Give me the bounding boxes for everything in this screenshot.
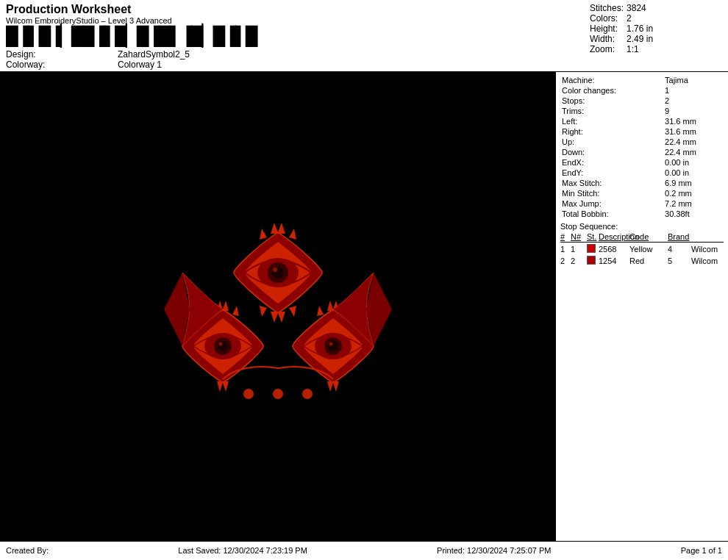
colorway-value: Colorway 1 bbox=[118, 60, 257, 70]
zoom-value: 1:1 bbox=[627, 44, 656, 54]
color-swatch-wrapper bbox=[587, 244, 597, 254]
max-stitch-label: Max Stitch: bbox=[560, 178, 663, 188]
stitches-label: Stitches: bbox=[590, 3, 627, 13]
endy-value: 0.00 in bbox=[663, 168, 724, 178]
last-saved: Last Saved: 12/30/2024 7:23:19 PM bbox=[178, 546, 307, 555]
zoom-label: Zoom: bbox=[590, 44, 627, 54]
embroidery-canvas bbox=[0, 72, 555, 541]
table-row: 2 2 1254 Red 5 Wilcom bbox=[560, 256, 724, 266]
max-jump-label: Max Jump: bbox=[560, 198, 663, 209]
created-by: Created By: bbox=[6, 546, 49, 555]
svg-point-2 bbox=[302, 389, 313, 399]
down-value: 22.4 mm bbox=[663, 147, 724, 157]
width-label: Width: bbox=[590, 34, 627, 44]
printed-label: Printed: bbox=[437, 546, 465, 555]
header-info-grid: Design: ZahardSymbol2_5 Colorway: Colorw… bbox=[6, 49, 257, 70]
row-description: Yellow bbox=[629, 245, 666, 254]
down-label: Down: bbox=[560, 147, 663, 157]
design-value: ZahardSymbol2_5 bbox=[118, 49, 257, 60]
svg-point-10 bbox=[218, 342, 222, 346]
min-stitch-value: 0.2 mm bbox=[663, 188, 724, 198]
footer: Created By: Last Saved: 12/30/2024 7:23:… bbox=[0, 541, 728, 559]
machine-value: Tajima bbox=[663, 75, 724, 85]
col-st: St. bbox=[587, 232, 597, 241]
color-swatch bbox=[587, 244, 596, 253]
last-saved-value: 12/30/2024 7:23:19 PM bbox=[223, 546, 307, 555]
row-description: Red bbox=[629, 256, 666, 265]
row-code: 4 bbox=[668, 245, 690, 254]
col-n: N# bbox=[571, 232, 585, 241]
height-label: Height: bbox=[590, 24, 627, 34]
col-code: Code bbox=[629, 232, 666, 241]
svg-point-1 bbox=[273, 389, 283, 399]
height-value: 1.76 in bbox=[627, 24, 656, 34]
header: Production Worksheet Wilcom EmbroiderySt… bbox=[0, 0, 728, 72]
svg-point-14 bbox=[329, 342, 332, 346]
last-saved-label: Last Saved: bbox=[178, 546, 221, 555]
color-swatch-wrapper bbox=[587, 256, 597, 266]
row-brand: Wilcom bbox=[691, 245, 721, 254]
created-by-label: Created By: bbox=[6, 546, 49, 555]
width-value: 2.49 in bbox=[627, 34, 656, 44]
header-stats: Stitches: 3824 Colors: 2 Height: 1.76 in… bbox=[590, 3, 722, 54]
info-panel: Machine: Tajima Color changes: 1 Stops: … bbox=[555, 72, 728, 541]
total-bobbin-value: 30.38ft bbox=[663, 209, 724, 219]
svg-point-6 bbox=[273, 268, 277, 272]
colorway-label: Colorway: bbox=[6, 60, 112, 70]
col-brand: Brand bbox=[668, 232, 690, 241]
table-row: 1 1 2568 Yellow 4 Wilcom bbox=[560, 244, 724, 254]
machine-label: Machine: bbox=[560, 75, 663, 85]
svg-point-9 bbox=[218, 341, 228, 351]
svg-point-0 bbox=[243, 389, 254, 399]
total-bobbin-label: Total Bobbin: bbox=[560, 209, 663, 219]
printed-value: 12/30/2024 7:25:07 PM bbox=[467, 546, 551, 555]
stops-value: 2 bbox=[663, 96, 724, 106]
up-value: 22.4 mm bbox=[663, 137, 724, 147]
endx-label: EndX: bbox=[560, 157, 663, 168]
max-stitch-value: 6.9 mm bbox=[663, 178, 724, 188]
row-stitches: 2568 bbox=[599, 245, 628, 254]
max-jump-value: 7.2 mm bbox=[663, 198, 724, 209]
colors-label: Colors: bbox=[590, 13, 627, 24]
up-label: Up: bbox=[560, 137, 663, 147]
left-label: Left: bbox=[560, 116, 663, 126]
color-swatch bbox=[587, 256, 596, 265]
header-subtitle: Wilcom EmbroideryStudio – Level 3 Advanc… bbox=[6, 16, 257, 25]
stops-label: Stops: bbox=[560, 96, 663, 106]
left-value: 31.6 mm bbox=[663, 116, 724, 126]
svg-point-13 bbox=[328, 341, 338, 351]
color-changes-label: Color changes: bbox=[560, 85, 663, 96]
page-info: Page 1 of 1 bbox=[681, 546, 722, 555]
color-changes-value: 1 bbox=[663, 85, 724, 96]
row-brand: Wilcom bbox=[691, 256, 721, 265]
trims-label: Trims: bbox=[560, 106, 663, 116]
row-n: 2 bbox=[571, 256, 585, 265]
colors-value: 2 bbox=[627, 13, 656, 24]
printed: Printed: 12/30/2024 7:25:07 PM bbox=[437, 546, 551, 555]
row-n: 1 bbox=[571, 245, 585, 254]
stitches-value: 3824 bbox=[627, 3, 656, 13]
endx-value: 0.00 in bbox=[663, 157, 724, 168]
min-stitch-label: Min Stitch: bbox=[560, 188, 663, 198]
row-stitches: 1254 bbox=[599, 256, 628, 265]
row-num: 2 bbox=[560, 256, 569, 265]
barcode: █▐▌█▐▏██▐▌█▏█▐█▌▐█▏█▐▌█ bbox=[6, 27, 257, 48]
row-code: 5 bbox=[668, 256, 690, 265]
col-hash: # bbox=[560, 232, 569, 241]
right-label: Right: bbox=[560, 126, 663, 137]
stop-sequence-label: Stop Sequence: bbox=[560, 222, 724, 231]
trims-value: 9 bbox=[663, 106, 724, 116]
stop-sequence-header: # N# St. Description Code Brand bbox=[560, 232, 724, 243]
design-label: Design: bbox=[6, 49, 112, 60]
right-value: 31.6 mm bbox=[663, 126, 724, 137]
page-title: Production Worksheet bbox=[6, 3, 257, 16]
row-num: 1 bbox=[560, 245, 569, 254]
stop-sequence-rows: 1 1 2568 Yellow 4 Wilcom 2 2 1254 Red 5 … bbox=[560, 244, 724, 266]
endy-label: EndY: bbox=[560, 168, 663, 178]
header-left: Production Worksheet Wilcom EmbroiderySt… bbox=[6, 3, 257, 70]
main-content: Machine: Tajima Color changes: 1 Stops: … bbox=[0, 72, 728, 541]
col-description: Description bbox=[599, 232, 628, 241]
